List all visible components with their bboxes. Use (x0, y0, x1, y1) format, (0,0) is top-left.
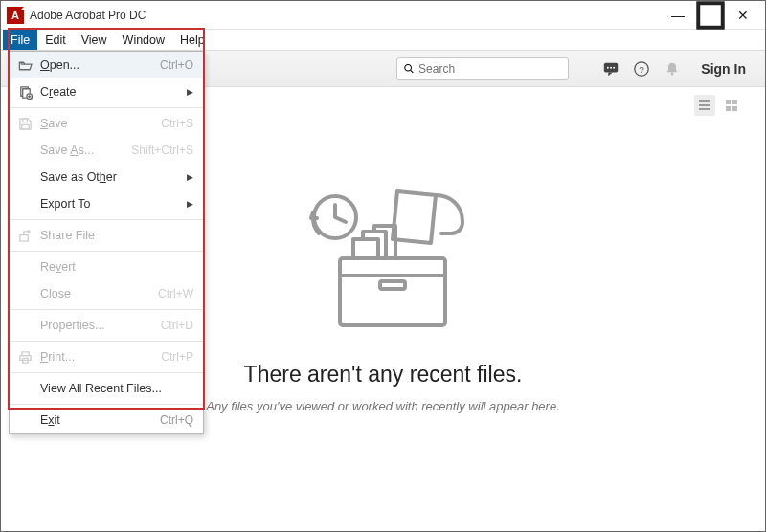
blank-icon (17, 412, 33, 428)
list-view-button[interactable] (694, 95, 715, 116)
blank-icon (17, 381, 33, 396)
svg-rect-20 (380, 281, 405, 289)
menu-item-label: Save as Other (40, 170, 179, 184)
menu-item-shortcut: Shift+Ctrl+S (131, 144, 193, 157)
file-menu-item-close: CloseCtrl+W (10, 280, 203, 307)
svg-line-2 (411, 70, 414, 73)
empty-subtitle: Any files you've viewed or worked with r… (206, 399, 560, 413)
empty-illustration-icon (282, 184, 484, 350)
file-menu-item-view-all-recent-files[interactable]: View All Recent Files... (10, 375, 203, 402)
sign-in-button[interactable]: Sign In (691, 61, 755, 77)
svg-text:?: ? (640, 63, 645, 74)
svg-rect-11 (699, 104, 710, 106)
svg-rect-28 (19, 234, 27, 241)
menu-item-shortcut: Ctrl+S (161, 117, 193, 130)
share-icon (17, 228, 33, 243)
file-menu-item-save-as-other[interactable]: Save as Other▶ (10, 164, 203, 190)
blank-icon (17, 286, 33, 301)
svg-rect-0 (698, 3, 723, 28)
grid-view-icon (724, 98, 739, 113)
blank-icon (17, 143, 33, 158)
svg-point-6 (613, 66, 615, 68)
blank-icon (17, 196, 33, 211)
svg-rect-12 (699, 108, 710, 110)
menu-item-label: Export To (40, 197, 179, 211)
menu-item-shortcut: Ctrl+O (160, 58, 193, 72)
grid-view-button[interactable] (721, 95, 742, 116)
chat-button[interactable] (599, 57, 622, 80)
help-button[interactable]: ? (630, 57, 653, 80)
menu-help[interactable]: Help (172, 30, 213, 50)
search-box[interactable] (396, 57, 569, 80)
blank-icon (17, 259, 33, 275)
menu-edit[interactable]: Edit (37, 30, 74, 50)
maximize-button[interactable] (694, 5, 727, 26)
file-menu-item-save: SaveCtrl+S (10, 110, 203, 137)
file-menu-item-create[interactable]: Create▶ (10, 78, 203, 105)
menu-item-label: View All Recent Files... (40, 382, 193, 395)
menu-item-label: Exit (40, 413, 152, 427)
svg-point-9 (671, 72, 674, 75)
close-button[interactable]: ✕ (727, 5, 759, 26)
menu-item-label: Print... (40, 350, 153, 364)
svg-rect-27 (21, 124, 29, 129)
menu-item-shortcut: Ctrl+D (161, 319, 193, 332)
blank-icon (17, 318, 33, 333)
svg-point-4 (607, 66, 609, 68)
bell-icon (664, 60, 681, 78)
empty-title: There aren't any recent files. (244, 362, 523, 388)
help-icon: ? (633, 60, 650, 78)
submenu-arrow-icon: ▶ (187, 87, 193, 97)
file-menu-dropdown: Open...Ctrl+OCreate▶SaveCtrl+SSave As...… (9, 51, 204, 434)
menu-file[interactable]: File (3, 30, 37, 50)
menu-separator (10, 404, 203, 405)
menu-separator (10, 219, 203, 220)
svg-point-5 (610, 66, 612, 68)
menu-item-shortcut: Ctrl+Q (160, 413, 193, 427)
create-icon (17, 84, 33, 100)
list-view-icon (697, 98, 712, 113)
menu-item-label: Save As... (40, 144, 124, 157)
menu-item-label: Share File (40, 229, 193, 242)
menu-window[interactable]: Window (115, 30, 172, 50)
svg-point-1 (405, 64, 412, 71)
window-title: Adobe Acrobat Pro DC (30, 9, 662, 22)
file-menu-item-print: Print...Ctrl+P (10, 344, 203, 370)
file-menu-item-exit[interactable]: ExitCtrl+Q (10, 407, 203, 433)
menu-item-shortcut: Ctrl+P (161, 350, 193, 364)
maximize-icon (694, 0, 727, 32)
menu-view[interactable]: View (74, 30, 115, 50)
notifications-button[interactable] (661, 57, 684, 80)
print-icon (17, 349, 33, 365)
menu-separator (10, 251, 203, 252)
search-input[interactable] (418, 62, 562, 76)
folder-open-icon (17, 57, 33, 73)
menu-item-label: Close (40, 287, 150, 300)
menubar: FileEditViewWindowHelp (1, 30, 765, 51)
file-menu-item-save-as: Save As...Shift+Ctrl+S (10, 137, 203, 164)
svg-rect-15 (726, 106, 731, 111)
app-icon: A (7, 7, 24, 24)
file-menu-item-properties: Properties...Ctrl+D (10, 312, 203, 339)
menu-separator (10, 341, 203, 342)
minimize-button[interactable]: — (662, 5, 694, 26)
menu-item-label: Save (40, 117, 153, 130)
file-menu-item-open[interactable]: Open...Ctrl+O (10, 52, 203, 78)
file-menu-item-share-file: Share File (10, 222, 203, 249)
titlebar: A Adobe Acrobat Pro DC — ✕ (1, 1, 765, 30)
window-controls: — ✕ (662, 5, 759, 26)
file-menu-item-export-to[interactable]: Export To▶ (10, 190, 203, 217)
submenu-arrow-icon: ▶ (187, 199, 193, 209)
search-icon (403, 62, 415, 75)
save-icon (17, 116, 33, 131)
svg-rect-10 (699, 100, 710, 102)
menu-item-shortcut: Ctrl+W (158, 287, 193, 300)
submenu-arrow-icon: ▶ (187, 172, 193, 182)
svg-rect-14 (732, 100, 737, 104)
svg-rect-18 (340, 258, 445, 325)
svg-rect-16 (732, 106, 737, 111)
menu-item-label: Open... (40, 58, 152, 72)
svg-rect-13 (726, 100, 731, 104)
chat-icon (602, 60, 620, 78)
menu-separator (10, 107, 203, 108)
